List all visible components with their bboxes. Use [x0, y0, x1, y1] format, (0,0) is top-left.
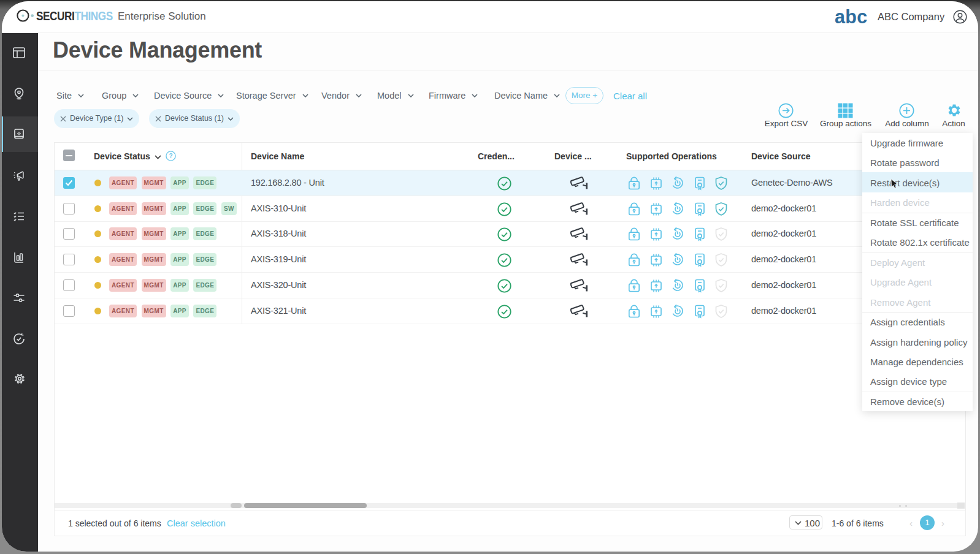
svg-text:?: ?	[169, 153, 172, 159]
